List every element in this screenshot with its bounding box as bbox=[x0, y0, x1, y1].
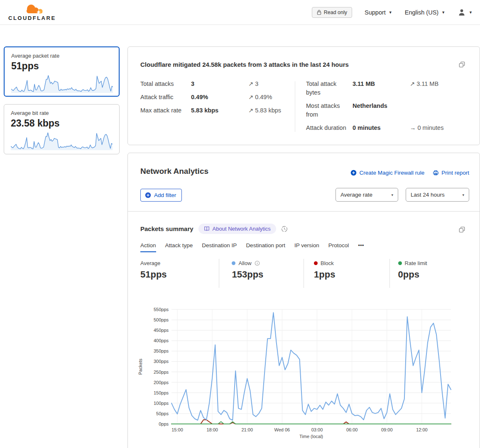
svg-text:03:00: 03:00 bbox=[311, 427, 323, 432]
series-color-dot bbox=[232, 261, 235, 265]
stat-label: Rate limit bbox=[405, 260, 427, 266]
language-menu[interactable]: English (US) ▼ bbox=[405, 9, 445, 16]
read-only-badge[interactable]: Read only bbox=[312, 7, 352, 18]
svg-text:Time (local): Time (local) bbox=[299, 434, 323, 439]
copy-icon[interactable] bbox=[458, 61, 465, 70]
stat-value: Netherlands bbox=[353, 102, 410, 119]
summary-title: Cloudflare mitigated 24.58k packets from… bbox=[140, 61, 466, 68]
metric-title: Average bit rate bbox=[11, 110, 113, 116]
svg-text:0pps: 0pps bbox=[159, 421, 169, 426]
svg-text:350pps: 350pps bbox=[154, 348, 169, 353]
svg-text:550pps: 550pps bbox=[154, 307, 169, 312]
svg-text:21:00: 21:00 bbox=[242, 427, 253, 432]
chevron-down-icon: ▾ bbox=[462, 193, 464, 197]
user-menu[interactable]: ▼ bbox=[458, 8, 473, 17]
stat-trend: ↗ 3.11 MB bbox=[410, 80, 438, 97]
stat-label: Average bbox=[140, 260, 160, 266]
tab-ip-version[interactable]: IP version bbox=[294, 242, 319, 252]
svg-text:200pps: 200pps bbox=[154, 380, 169, 385]
svg-text:06:00: 06:00 bbox=[346, 427, 358, 432]
chevron-down-icon: ▼ bbox=[441, 10, 445, 15]
app-header: CLOUDFLARE Read only Support ▼ English (… bbox=[0, 0, 480, 25]
svg-text:12:00: 12:00 bbox=[416, 427, 428, 432]
stat-value: 0.49% bbox=[191, 93, 248, 102]
svg-text:450pps: 450pps bbox=[154, 328, 169, 333]
stat-label: Most attacks from bbox=[306, 102, 353, 119]
stat-row: Attack traffic0.49%↗ 0.49% bbox=[140, 93, 295, 102]
packets-summary-title: Packets summary bbox=[140, 225, 193, 232]
series-color-dot bbox=[314, 261, 318, 265]
read-only-label: Read only bbox=[324, 10, 347, 15]
history-clock-icon[interactable] bbox=[281, 226, 288, 232]
brand-text: CLOUDFLARE bbox=[8, 15, 56, 21]
chevron-down-icon: ▾ bbox=[391, 193, 393, 197]
summary-stats-left: Total attacks3↗ 3Attack traffic0.49%↗ 0.… bbox=[140, 80, 295, 137]
stat-value: 153pps bbox=[232, 269, 304, 280]
svg-text:250pps: 250pps bbox=[154, 370, 169, 375]
info-icon[interactable] bbox=[255, 261, 260, 266]
plus-circle-icon bbox=[145, 192, 151, 198]
tab-attack-type[interactable]: Attack type bbox=[165, 242, 193, 252]
metric-card-packet-rate[interactable]: Average packet rate 51pps bbox=[4, 46, 120, 97]
tab-destination-ip[interactable]: Destination IP bbox=[202, 242, 237, 252]
stat-label: Max attack rate bbox=[140, 106, 191, 115]
cloudflare-cloud-icon bbox=[20, 3, 44, 16]
svg-text:500pps: 500pps bbox=[154, 317, 169, 322]
svg-text:18:00: 18:00 bbox=[206, 427, 218, 432]
stat-label: Block bbox=[321, 260, 334, 266]
stat-trend: ↗ 0.49% bbox=[248, 93, 272, 102]
stat-row: Max attack rate5.83 kbps↗ 5.83 kbps bbox=[140, 106, 295, 115]
metric-value: 51pps bbox=[11, 61, 112, 72]
stat-value: 3 bbox=[191, 80, 248, 88]
stat-label: Total attack bytes bbox=[306, 80, 353, 97]
tab-action[interactable]: Action bbox=[140, 242, 156, 252]
svg-text:09:00: 09:00 bbox=[381, 427, 393, 432]
support-label: Support bbox=[365, 9, 386, 16]
summary-stats-right: Total attack bytes3.11 MB↗ 3.11 MBMost a… bbox=[295, 80, 466, 137]
stat-value: 0pps bbox=[398, 269, 480, 280]
chevron-down-icon: ▼ bbox=[469, 10, 473, 15]
packets-stat-block: Block1pps bbox=[304, 259, 389, 288]
create-magic-firewall-rule-link[interactable]: Create Magic Firewall rule bbox=[350, 170, 424, 176]
lock-icon bbox=[317, 10, 321, 15]
stat-value: 3.11 MB bbox=[353, 80, 410, 97]
svg-text:15:00: 15:00 bbox=[171, 427, 183, 432]
metric-title: Average packet rate bbox=[11, 53, 112, 59]
cloudflare-logo[interactable]: CLOUDFLARE bbox=[8, 3, 56, 21]
book-icon bbox=[204, 226, 210, 231]
svg-text:150pps: 150pps bbox=[154, 390, 169, 395]
stat-label: Allow bbox=[238, 260, 251, 266]
time-range-dropdown[interactable]: Last 24 hours ▾ bbox=[406, 188, 469, 202]
metric-select-dropdown[interactable]: Average rate ▾ bbox=[336, 188, 398, 202]
stat-head: Rate limit bbox=[398, 260, 480, 266]
stat-value: 5.83 kbps bbox=[191, 106, 248, 115]
stat-value: 0 minutes bbox=[353, 124, 410, 132]
about-network-analytics-pill[interactable]: About Network Analytics bbox=[198, 224, 276, 234]
stat-head: Average bbox=[140, 260, 219, 266]
svg-text:Wed 06: Wed 06 bbox=[274, 427, 290, 432]
metric-value: 23.58 kbps bbox=[11, 118, 113, 129]
stat-label: Attack traffic bbox=[140, 93, 191, 102]
attack-summary-card: Cloudflare mitigated 24.58k packets from… bbox=[127, 46, 480, 145]
svg-text:100pps: 100pps bbox=[154, 401, 169, 406]
packets-stat-allow: Allow153pps bbox=[219, 259, 304, 288]
add-filter-button[interactable]: Add filter bbox=[140, 189, 182, 202]
packets-summary-chart: 0pps50pps100pps150pps200pps250pps300pps3… bbox=[136, 305, 464, 442]
tab-protocol[interactable]: Protocol bbox=[328, 242, 349, 252]
copy-icon[interactable] bbox=[458, 226, 465, 235]
stat-head: Allow bbox=[232, 260, 304, 266]
stat-trend: → 0 minutes bbox=[410, 124, 443, 132]
packets-stat-rate-limit: Rate limit0pps bbox=[389, 259, 480, 288]
svg-text:400pps: 400pps bbox=[154, 338, 169, 343]
bit-rate-sparkline bbox=[11, 131, 113, 151]
tab--[interactable]: ••• bbox=[358, 242, 364, 252]
stat-label: Total attacks bbox=[140, 80, 191, 88]
stat-row: Most attacks fromNetherlands bbox=[306, 102, 466, 119]
stat-value: 51pps bbox=[140, 269, 219, 280]
tab-destination-port[interactable]: Destination port bbox=[246, 242, 285, 252]
metric-card-bit-rate[interactable]: Average bit rate 23.58 kbps bbox=[4, 104, 120, 154]
svg-text:Packets: Packets bbox=[138, 358, 143, 375]
support-menu[interactable]: Support ▼ bbox=[365, 9, 392, 16]
print-report-link[interactable]: Print report bbox=[433, 170, 469, 176]
section-divider bbox=[128, 211, 480, 212]
